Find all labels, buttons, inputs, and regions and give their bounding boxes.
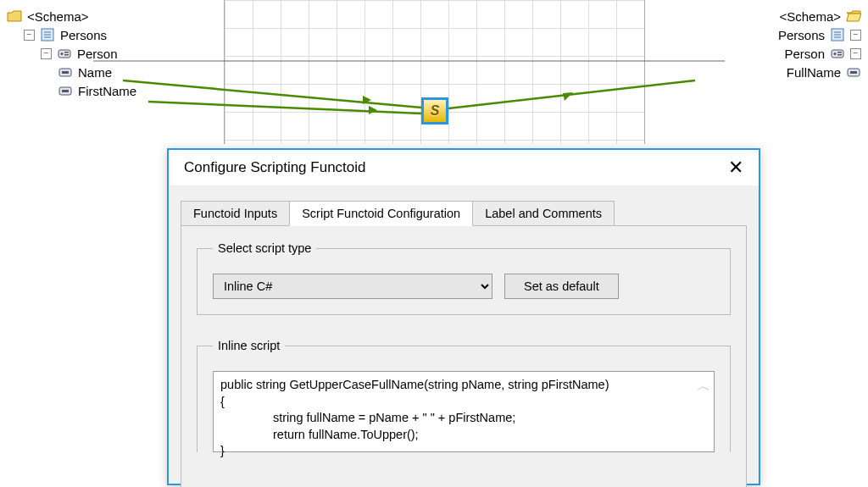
dialog-title: Configure Scripting Functoid (184, 159, 366, 176)
record-icon (830, 47, 845, 60)
svg-point-24 (834, 53, 837, 55)
inline-script-editor[interactable]: ︿ public string GetUpperCaseFullName(str… (213, 371, 715, 452)
field-icon (58, 65, 73, 79)
scroll-up-icon[interactable]: ︿ (697, 377, 710, 396)
script-type-legend: Select script type (213, 241, 316, 255)
source-schema-tree[interactable]: <Schema> − Persons − Person Name (7, 7, 136, 100)
source-schema-label: <Schema> (27, 9, 89, 24)
inline-script-legend: Inline script (213, 339, 285, 352)
source-field-label: FirstName (78, 84, 136, 98)
close-icon[interactable]: ✕ (723, 157, 748, 179)
dest-schema-root[interactable]: <Schema> (778, 7, 861, 25)
dest-record-node[interactable]: Person − (778, 44, 861, 63)
source-field-label: Name (78, 65, 112, 80)
field-icon (846, 65, 861, 79)
svg-rect-16 (62, 71, 69, 74)
element-icon (40, 28, 55, 42)
set-default-button[interactable]: Set as default (504, 274, 619, 299)
source-record-node[interactable]: − Person (7, 44, 136, 63)
tab-functoid-inputs[interactable]: Functoid Inputs (181, 201, 290, 226)
dest-field-label: FullName (787, 65, 841, 80)
svg-rect-18 (62, 90, 69, 92)
svg-rect-23 (832, 50, 843, 58)
source-record-label: Person (77, 47, 118, 61)
script-type-select[interactable]: Inline C# (213, 274, 492, 299)
folder-closed-icon (7, 9, 22, 23)
element-icon (830, 28, 845, 42)
script-type-group: Select script type Inline C# Set as defa… (197, 241, 731, 315)
mapper-surface: <Schema> − Persons − Person Name (0, 0, 868, 144)
source-root-node[interactable]: − Persons (7, 25, 136, 44)
svg-rect-25 (837, 52, 842, 53)
source-field-firstname[interactable]: FirstName (7, 81, 136, 100)
svg-rect-13 (64, 52, 69, 53)
svg-rect-28 (850, 71, 857, 74)
code-line: { (220, 394, 707, 411)
dest-schema-tree[interactable]: <Schema> Persons − Person − FullName (778, 7, 861, 81)
source-field-name[interactable]: Name (7, 63, 136, 81)
dest-record-label: Person (784, 47, 825, 61)
tab-script-config[interactable]: Script Functoid Configuration (289, 201, 473, 226)
dest-root-node[interactable]: Persons − (778, 25, 861, 44)
record-icon (57, 47, 72, 60)
svg-rect-11 (58, 50, 70, 58)
dest-field-fullname[interactable]: FullName (778, 63, 861, 81)
dialog-titlebar[interactable]: Configure Scripting Functoid ✕ (169, 150, 759, 185)
scripting-functoid[interactable]: S (421, 97, 448, 125)
collapse-icon[interactable]: − (850, 48, 861, 59)
collapse-icon[interactable]: − (850, 30, 861, 41)
code-line: return fullName.ToUpper(); (220, 427, 707, 444)
svg-rect-14 (64, 54, 69, 56)
dest-schema-label: <Schema> (779, 9, 841, 24)
tab-strip: Functoid Inputs Script Functoid Configur… (181, 201, 747, 226)
inline-script-group: Inline script ︿ public string GetUpperCa… (197, 339, 731, 452)
tab-label-comments[interactable]: Label and Comments (472, 201, 615, 226)
dest-root-label: Persons (778, 28, 825, 42)
folder-open-icon (846, 9, 861, 23)
tab-body: Select script type Inline C# Set as defa… (181, 225, 747, 487)
source-root-label: Persons (60, 28, 107, 42)
code-line: string fullName = pName + " " + pFirstNa… (220, 410, 707, 427)
svg-rect-26 (837, 54, 842, 56)
code-line: public string GetUpperCaseFullName(strin… (220, 377, 707, 394)
configure-functoid-dialog: Configure Scripting Functoid ✕ Functoid … (167, 148, 760, 485)
field-icon (58, 84, 73, 97)
code-line: } (220, 443, 707, 460)
source-schema-root[interactable]: <Schema> (7, 7, 136, 25)
collapse-icon[interactable]: − (24, 30, 35, 41)
collapse-icon[interactable]: − (41, 48, 52, 59)
svg-point-12 (61, 53, 64, 55)
functoid-glyph-icon: S (431, 103, 440, 119)
